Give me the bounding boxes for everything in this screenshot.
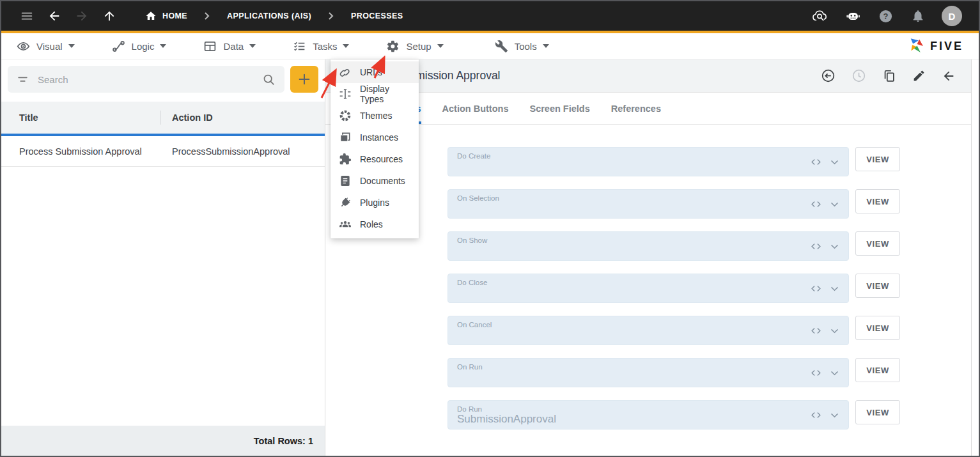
- events-form: Do Create VIEW On Selection: [325, 125, 971, 442]
- field-row-do-run: Do Run SubmissionApproval VIEW: [447, 400, 971, 430]
- menu-item-documents[interactable]: Documents: [331, 170, 419, 192]
- tab-references[interactable]: References: [611, 93, 661, 124]
- breadcrumb: HOME APPLICATIONS (AIS) PROCESSES: [145, 10, 403, 22]
- field-on-run[interactable]: On Run: [447, 358, 849, 387]
- breadcrumb-home-label: HOME: [162, 12, 187, 20]
- svg-text:?: ?: [883, 11, 888, 20]
- notifications-bell-icon[interactable]: [909, 7, 927, 25]
- code-icon[interactable]: [810, 325, 822, 337]
- column-header-title[interactable]: Title: [1, 112, 160, 123]
- code-icon[interactable]: [810, 367, 822, 379]
- field-row-do-create: Do Create VIEW: [447, 147, 971, 176]
- field-row-do-close: Do Close VIEW: [447, 274, 971, 303]
- edit-pencil-icon[interactable]: [912, 69, 926, 82]
- table-row[interactable]: Process Submission Approval ProcessSubmi…: [1, 136, 325, 167]
- detail-header: Process Submission Approval: [325, 59, 971, 93]
- row-title-cell: Process Submission Approval: [1, 146, 160, 157]
- menu-item-resources[interactable]: Resources: [331, 148, 419, 170]
- breadcrumb-applications[interactable]: APPLICATIONS (AIS): [227, 12, 311, 20]
- filter-icon[interactable]: [17, 74, 29, 86]
- field-row-on-cancel: On Cancel VIEW: [447, 316, 971, 345]
- field-row-on-run: On Run VIEW: [447, 358, 971, 387]
- total-rows-label: Total Rows: 1: [254, 436, 313, 446]
- field-do-close[interactable]: Do Close: [447, 274, 849, 303]
- code-icon[interactable]: [810, 240, 822, 252]
- code-icon[interactable]: [810, 283, 822, 295]
- list-panel: Title Action ID Process Submission Appro…: [1, 59, 325, 456]
- collapse-left-arrow-icon[interactable]: [942, 69, 956, 83]
- chevron-down-icon[interactable]: [829, 199, 840, 210]
- tab-action-buttons[interactable]: Action Buttons: [442, 93, 509, 124]
- help-icon[interactable]: ?: [876, 7, 894, 25]
- menu-item-roles[interactable]: Roles: [331, 213, 419, 235]
- up-arrow-icon[interactable]: [100, 7, 118, 25]
- field-on-show[interactable]: On Show: [447, 231, 849, 261]
- chevron-down-icon[interactable]: [829, 368, 840, 378]
- code-icon[interactable]: [810, 156, 822, 168]
- menu-item-themes[interactable]: Themes: [331, 105, 419, 127]
- setup-dropdown-menu: URLs Display Types Themes Instances Reso…: [331, 59, 419, 238]
- view-button[interactable]: VIEW: [855, 400, 900, 424]
- list-footer: Total Rows: 1: [1, 426, 325, 456]
- field-on-selection[interactable]: On Selection: [447, 189, 849, 219]
- chevron-down-icon[interactable]: [829, 410, 840, 421]
- search-input[interactable]: [38, 74, 253, 85]
- column-header-action-id[interactable]: Action ID: [160, 112, 325, 123]
- view-button[interactable]: VIEW: [855, 274, 900, 298]
- chevron-down-icon[interactable]: [829, 241, 840, 252]
- chevron-down-icon[interactable]: [829, 283, 840, 294]
- row-action-id-cell: ProcessSubmissionApproval: [160, 146, 325, 157]
- view-button[interactable]: VIEW: [855, 316, 900, 340]
- forward-arrow-icon[interactable]: [73, 7, 91, 25]
- menu-item-display-types[interactable]: Display Types: [331, 83, 419, 105]
- cloud-inspect-icon[interactable]: [811, 7, 829, 25]
- undo-circle-icon[interactable]: [821, 68, 836, 83]
- user-avatar[interactable]: D: [942, 6, 962, 26]
- back-arrow-icon[interactable]: [45, 7, 63, 25]
- field-do-run[interactable]: Do Run SubmissionApproval: [447, 400, 849, 430]
- chevron-down-icon[interactable]: [829, 157, 840, 167]
- code-icon[interactable]: [810, 409, 822, 421]
- field-on-cancel[interactable]: On Cancel: [447, 316, 849, 345]
- code-icon[interactable]: [810, 198, 822, 210]
- document-icon: [339, 174, 352, 187]
- chevron-right-icon: [204, 12, 210, 20]
- view-button[interactable]: VIEW: [855, 231, 900, 256]
- chevron-down-icon[interactable]: [829, 325, 840, 336]
- view-button[interactable]: VIEW: [855, 189, 900, 213]
- stacked-windows-icon: [339, 131, 352, 144]
- hamburger-menu-icon[interactable]: [18, 7, 36, 25]
- five-pinwheel-icon: [908, 37, 926, 55]
- search-box[interactable]: [8, 66, 284, 93]
- tasks-checklist-icon: [293, 40, 306, 53]
- menu-visual[interactable]: Visual: [17, 40, 75, 53]
- menu-item-instances[interactable]: Instances: [331, 127, 419, 148]
- tab-screen-fields[interactable]: Screen Fields: [529, 93, 589, 124]
- gear-icon: [386, 40, 400, 53]
- view-button[interactable]: VIEW: [855, 358, 900, 382]
- menu-tasks[interactable]: Tasks: [293, 40, 349, 53]
- menu-item-plugins[interactable]: Plugins: [331, 192, 419, 213]
- text-field-icon: [339, 88, 352, 100]
- add-record-button[interactable]: [290, 66, 318, 93]
- breadcrumb-processes[interactable]: PROCESSES: [351, 12, 403, 20]
- chat-bot-icon[interactable]: [844, 7, 862, 25]
- list-empty-area: [1, 167, 325, 426]
- field-do-create[interactable]: Do Create: [447, 147, 849, 176]
- menu-item-urls[interactable]: URLs: [331, 61, 419, 83]
- search-icon[interactable]: [262, 73, 276, 86]
- caret-down-icon: [160, 44, 166, 48]
- menu-setup[interactable]: Setup: [386, 40, 443, 53]
- view-button[interactable]: VIEW: [855, 147, 900, 171]
- tools-icon: [495, 40, 508, 53]
- menu-data[interactable]: Data: [203, 40, 256, 53]
- menu-logic[interactable]: Logic: [112, 40, 167, 53]
- table-header: Title Action ID: [1, 102, 325, 134]
- logic-flow-icon: [112, 40, 125, 53]
- copy-icon[interactable]: [882, 69, 896, 83]
- eye-icon: [17, 40, 30, 53]
- breadcrumb-home[interactable]: HOME: [145, 10, 187, 22]
- menu-tools[interactable]: Tools: [495, 40, 549, 53]
- home-icon: [145, 10, 157, 22]
- puzzle-icon: [339, 153, 352, 166]
